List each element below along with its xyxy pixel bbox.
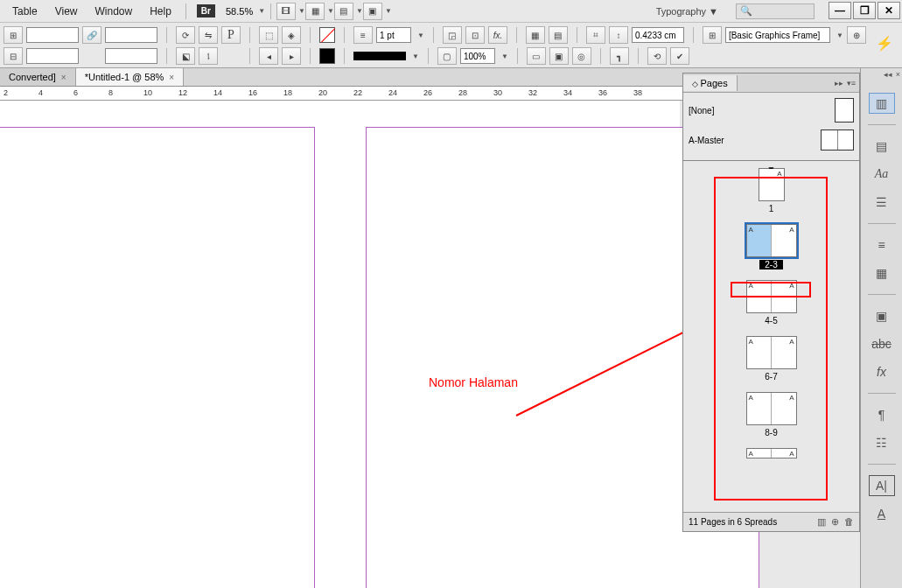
clear-override-icon[interactable]: ⟲ <box>647 47 667 65</box>
master-a-label[interactable]: A-Master <box>689 136 724 145</box>
link-icon[interactable]: 🔗 <box>82 26 101 44</box>
menu-table[interactable]: Table <box>3 2 46 21</box>
flip-h-icon[interactable]: ⇋ <box>199 26 218 44</box>
ruler-mark: 34 <box>563 88 572 97</box>
edit-page-icon[interactable]: ▥ <box>817 516 826 528</box>
char-style-dock-icon[interactable]: A <box>869 503 895 524</box>
corner-shape-icon[interactable]: ┓ <box>610 47 629 65</box>
effects-dock-icon[interactable]: fx <box>869 361 895 382</box>
new-page-icon[interactable]: ⊕ <box>831 516 839 528</box>
dropdown-icon: ▼ <box>356 7 363 15</box>
wrap-none-icon[interactable]: ▭ <box>527 47 546 65</box>
master-a-thumb[interactable] <box>821 130 854 150</box>
sel-next-icon[interactable]: ▸ <box>282 47 301 65</box>
fx-icon[interactable]: fx. <box>488 26 507 44</box>
pages-tab[interactable]: ◇ Pages <box>683 75 738 91</box>
separator <box>868 294 896 295</box>
close-button[interactable]: ✕ <box>878 2 900 19</box>
corner-icon[interactable]: ◲ <box>443 26 462 44</box>
view-options-icon[interactable]: ▦ <box>305 3 325 20</box>
x-field[interactable] <box>26 27 79 43</box>
layers-dock-icon[interactable]: ▤ <box>869 136 895 157</box>
rotate-icon[interactable]: ⟳ <box>176 26 195 44</box>
wrap-bbox-icon[interactable]: ▣ <box>549 47 569 65</box>
document-canvas[interactable]: Nomor Halaman <box>0 101 680 588</box>
cc-lib-dock-icon[interactable]: ▣ <box>869 305 895 326</box>
stroke-style-bar[interactable] <box>353 52 406 60</box>
fill-black-icon[interactable] <box>319 48 335 64</box>
dropdown-icon[interactable]: ▼ <box>417 32 424 39</box>
menu-help[interactable]: Help <box>141 2 180 21</box>
panel-menu-icon[interactable]: ▾≡ <box>847 79 856 88</box>
flip-v-icon[interactable]: ⥍ <box>199 47 218 65</box>
para-style-dock-icon[interactable]: A| <box>869 475 895 496</box>
menu-view[interactable]: View <box>46 2 87 21</box>
char-icon[interactable]: P <box>221 26 241 44</box>
control-toolbar: ⊞ 🔗 ⟳ ⇋ P ⬚ ◈ ≡ ▼ ◲ ⊡ fx. ▦ ▤ ⌗ ↕ ⊞ ▼ ⊕ … <box>0 23 902 68</box>
master-none-thumb[interactable] <box>835 98 854 122</box>
separator <box>868 223 896 224</box>
style-preset[interactable] <box>725 27 830 43</box>
crop-icon[interactable]: ⌗ <box>586 26 605 44</box>
search-box[interactable]: 🔍 <box>736 4 815 19</box>
lightning-icon[interactable]: ⚡ <box>876 35 893 52</box>
h-field[interactable] <box>105 48 157 64</box>
close-icon[interactable]: × <box>169 73 174 82</box>
minimize-button[interactable]: — <box>829 2 851 19</box>
separator <box>638 48 639 64</box>
preset-icon: ⊞ <box>703 26 722 44</box>
stroke-weight-field[interactable] <box>376 27 411 43</box>
delete-page-icon[interactable]: 🗑 <box>844 516 854 528</box>
text-wrap2-icon[interactable]: ▤ <box>549 26 568 44</box>
separator <box>577 27 577 43</box>
panel-status-bar: 11 Pages in 6 Spreads ▥ ⊕ 🗑 <box>683 512 859 531</box>
collapse-icon[interactable]: ▸▸ <box>835 79 843 88</box>
select-content-icon[interactable]: ◈ <box>282 26 301 44</box>
swatches-dock-icon[interactable]: ▦ <box>869 262 895 284</box>
zoom-level[interactable]: 58.5% ▼ <box>226 6 265 17</box>
arrange-icon[interactable]: ▤ <box>334 3 353 20</box>
dropdown-icon[interactable]: ▼ <box>836 32 843 39</box>
conditional-dock-icon[interactable]: abc <box>869 333 895 354</box>
y-field[interactable] <box>26 48 79 64</box>
annotation-label: Nomor Halaman <box>429 375 518 389</box>
close-icon[interactable]: × <box>61 73 66 82</box>
ruler-mark: 4 <box>38 88 43 97</box>
opacity-field[interactable] <box>460 48 495 64</box>
menu-window[interactable]: Window <box>86 2 141 21</box>
inset-field[interactable] <box>632 27 684 43</box>
dropdown-icon[interactable]: ▼ <box>412 52 419 60</box>
char-styles-dock-icon[interactable]: Aa <box>869 164 895 185</box>
text-wrap1-icon[interactable]: ▦ <box>526 26 545 44</box>
dock-collapse[interactable]: ◂◂× <box>884 70 900 79</box>
doc-tab-2[interactable]: *Untitled-1 @ 58% × <box>76 68 185 86</box>
master-none-label[interactable]: [None] <box>689 106 714 116</box>
ruler-mark: 30 <box>493 88 502 97</box>
restore-button[interactable]: ❐ <box>853 2 876 19</box>
ref-point2-icon[interactable]: ⊟ <box>3 47 23 65</box>
fill-none-icon[interactable] <box>319 27 335 43</box>
opacity-icon: ▢ <box>437 47 457 65</box>
para-dock-icon[interactable]: ¶ <box>869 404 895 425</box>
screen-mode-icon[interactable]: 🎞 <box>276 3 296 20</box>
links-dock-icon[interactable]: ☰ <box>869 192 895 213</box>
workspace-switcher[interactable]: Typography ▼ <box>656 6 718 17</box>
wrap-shape-icon[interactable]: ◎ <box>572 47 591 65</box>
w-field[interactable] <box>105 27 157 43</box>
anchor-icon[interactable]: ⊡ <box>465 26 485 44</box>
apply-icon[interactable]: ✔ <box>670 47 689 65</box>
sel-prev-icon[interactable]: ◂ <box>259 47 278 65</box>
screen-icon[interactable]: ▣ <box>363 3 382 20</box>
dropdown-icon[interactable]: ▼ <box>501 52 508 60</box>
separator <box>600 48 601 64</box>
stroke-dock-icon[interactable]: ≡ <box>869 234 895 256</box>
select-container-icon[interactable]: ⬚ <box>259 26 278 44</box>
shear-icon[interactable]: ⬕ <box>176 47 195 65</box>
doc-tab-1[interactable]: Converted] × <box>0 68 76 86</box>
ref-point-icon[interactable]: ⊞ <box>3 26 23 44</box>
pages-dock-icon[interactable]: ▥ <box>869 93 895 114</box>
glyphs-dock-icon[interactable]: ☷ <box>869 432 895 453</box>
new-style-button[interactable]: ⊕ <box>847 26 866 44</box>
page-left[interactable] <box>0 127 315 588</box>
bridge-badge[interactable]: Br <box>197 4 215 18</box>
